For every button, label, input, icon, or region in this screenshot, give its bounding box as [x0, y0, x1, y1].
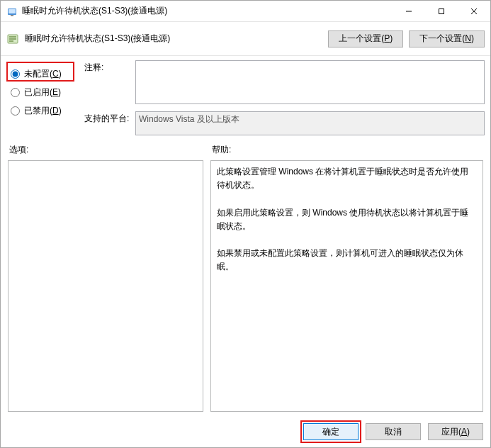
- upper-section: 未配置(C) 已启用(E) 已禁用(D) 注释: 支持的平台:: [1, 56, 490, 138]
- help-pane: 此策略设置管理 Windows 在将计算机置于睡眠状态时是否允许使用待机状态。 …: [210, 160, 483, 412]
- comment-label: 注释:: [84, 60, 135, 104]
- svg-rect-2: [11, 15, 13, 16]
- apply-button[interactable]: 应用(A): [428, 423, 483, 440]
- minimize-button[interactable]: [393, 1, 425, 21]
- radio-disabled-label[interactable]: 已禁用(D): [24, 105, 62, 117]
- radio-enabled-row: 已启用(E): [6, 83, 84, 101]
- close-button[interactable]: [458, 1, 490, 21]
- titlebar: 睡眠时允许待机状态(S1-S3)(接通电源): [1, 1, 490, 22]
- svg-rect-4: [439, 9, 444, 13]
- radio-not-configured[interactable]: [11, 69, 20, 79]
- header-strip: 睡眠时允许待机状态(S1-S3)(接通电源) 上一个设置(P) 下一个设置(N): [1, 22, 490, 56]
- radio-disabled-row: 已禁用(D): [6, 101, 84, 120]
- fields-column: 注释: 支持的平台:: [84, 60, 485, 135]
- policy-icon: [6, 33, 19, 45]
- lower-section: 此策略设置管理 Windows 在将计算机置于睡眠状态时是否允许使用待机状态。 …: [1, 157, 490, 416]
- options-pane: [8, 160, 203, 412]
- help-label: 帮助:: [212, 144, 482, 156]
- radio-not-configured-row: 未配置(C): [6, 65, 84, 83]
- maximize-button[interactable]: [425, 1, 458, 21]
- app-icon: [6, 6, 18, 17]
- supported-textarea: [135, 111, 485, 135]
- previous-setting-button[interactable]: 上一个设置(P): [328, 30, 403, 47]
- window-title: 睡眠时允许待机状态(S1-S3)(接通电源): [22, 5, 393, 17]
- button-bar: 确定 取消 应用(A): [1, 416, 490, 447]
- svg-rect-8: [9, 36, 16, 38]
- comment-row: 注释:: [84, 60, 485, 104]
- svg-rect-10: [9, 40, 13, 42]
- radio-enabled[interactable]: [11, 88, 20, 97]
- ok-button-wrap: 确定: [303, 423, 359, 440]
- radio-disabled[interactable]: [11, 106, 20, 116]
- next-setting-button[interactable]: 下一个设置(N): [409, 30, 485, 47]
- options-label: 选项:: [9, 144, 212, 156]
- svg-rect-1: [9, 9, 16, 13]
- state-radio-group: 未配置(C) 已启用(E) 已禁用(D): [6, 60, 84, 135]
- mid-labels: 选项: 帮助:: [1, 138, 490, 157]
- cancel-button[interactable]: 取消: [366, 423, 421, 440]
- supported-row: 支持的平台:: [84, 111, 485, 135]
- comment-textarea[interactable]: [135, 60, 485, 104]
- window-controls: [393, 1, 490, 21]
- radio-enabled-label[interactable]: 已启用(E): [24, 86, 61, 99]
- dialog-window: 睡眠时允许待机状态(S1-S3)(接通电源) 睡眠时允许待机状态(S1-S3)(…: [0, 0, 491, 448]
- svg-rect-9: [9, 38, 16, 40]
- radio-not-configured-label[interactable]: 未配置(C): [24, 68, 62, 80]
- policy-title: 睡眠时允许待机状态(S1-S3)(接通电源): [25, 33, 322, 45]
- supported-label: 支持的平台:: [84, 111, 135, 135]
- ok-button[interactable]: 确定: [303, 423, 359, 440]
